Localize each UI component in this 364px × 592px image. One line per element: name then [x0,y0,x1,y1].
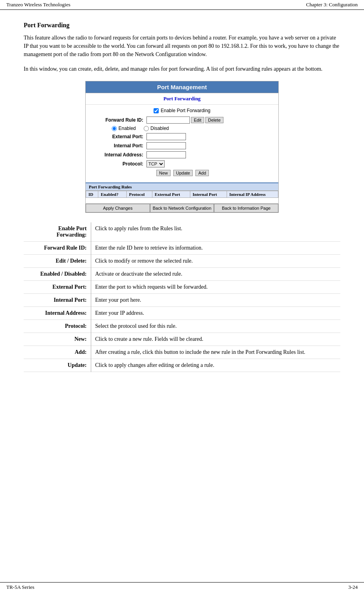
col-enabled: Enabled? [98,191,126,198]
enable-port-forwarding-label: Enable Port Forwarding [161,108,210,113]
bottom-buttons: Apply Changes Back to Network Configurat… [86,203,278,212]
main-content: Port Forwarding This feature allows the … [0,10,364,396]
port-forwarding-link[interactable]: Port Forwarding [163,96,201,101]
desc-label-10: Update: [24,359,91,372]
protocol-label: Protocol: [92,161,143,167]
desc-label-8: New: [24,333,91,346]
intro-text-2: In this window, you can create, edit, de… [24,65,340,73]
desc-value-5: Enter your port here. [91,293,340,306]
enabled-label: Enabled [118,126,136,131]
desc-row-5: Internal Port:Enter your port here. [24,293,340,306]
back-info-button[interactable]: Back to Information Page [214,204,278,212]
desc-row-7: Protocol:Select the protocol used for th… [24,319,340,333]
desc-row-0: Enable PortForwarding:Click to apply rul… [24,222,340,242]
port-management-panel: Port Management Port Forwarding Enable P… [85,81,279,213]
internal-port-label: Internal Port: [92,143,143,148]
disabled-label: Disabled [150,126,169,131]
protocol-select[interactable]: TCP UDP [146,160,165,167]
panel-title: Port Management [86,81,278,93]
col-internal-port: Internal Port [190,191,227,198]
desc-label-2: Edit / Delete: [24,254,91,267]
edit-button[interactable]: Edit [191,117,204,123]
rules-header: Port Forwarding Rules [86,183,278,191]
page-title: Port Forwarding [24,22,340,29]
external-port-label: External Port: [92,134,143,139]
desc-value-1: Enter the rule ID here to retrieve its i… [91,241,340,254]
enable-port-forwarding-checkbox[interactable] [154,108,159,113]
forward-rule-row: Forward Rule ID: Edit Delete [92,117,272,124]
rules-table: ID Enabled? Protocol External Port Inter… [86,191,278,203]
new-button[interactable]: New [156,170,171,176]
external-port-row: External Port: [92,133,272,140]
pf-subheader: Port Forwarding [86,93,278,105]
forward-rule-label: Forward Rule ID: [92,117,143,123]
col-external-port: External Port [152,191,190,198]
desc-row-10: Update:Click to apply changes after edit… [24,359,340,372]
internal-port-input[interactable] [146,142,186,149]
disabled-radio[interactable] [144,126,149,131]
rules-table-header-row: ID Enabled? Protocol External Port Inter… [86,191,278,198]
desc-value-7: Select the protocol used for this rule. [91,319,340,333]
col-protocol: Protocol [126,191,152,198]
update-button[interactable]: Update [173,170,193,176]
enabled-radio[interactable] [112,126,117,131]
desc-row-2: Edit / Delete:Click to modify or remove … [24,254,340,267]
desc-value-9: After creating a rule, click this button… [91,346,340,359]
enable-row: Enable Port Forwarding [92,108,272,113]
footer-right: 3-24 [348,584,358,590]
pf-form: Enable Port Forwarding Forward Rule ID: … [86,105,278,182]
desc-label-6: Internal Address: [24,306,91,319]
desc-label-7: Protocol: [24,319,91,333]
footer-left: TR-5A Series [6,584,34,590]
desc-label-4: External Port: [24,280,91,293]
desc-row-3: Enabled / Disabled:Activate or deactivat… [24,267,340,280]
col-id: ID [86,191,98,198]
header-left: Tranzeo Wireless Technologies [6,2,70,8]
internal-address-row: Internal Address: [92,151,272,158]
desc-row-9: Add:After creating a rule, click this bu… [24,346,340,359]
desc-row-8: New:Click to create a new rule. Fields w… [24,333,340,346]
desc-label-0: Enable PortForwarding: [24,222,91,242]
desc-value-4: Enter the port to which requests will be… [91,280,340,293]
desc-value-10: Click to apply changes after editing or … [91,359,340,372]
header-right: Chapter 3: Configuration [306,2,358,8]
internal-address-input[interactable] [146,151,186,158]
table-row [86,198,278,203]
back-network-button[interactable]: Back to Network Configuration [150,204,214,212]
internal-port-row: Internal Port: [92,142,272,149]
apply-changes-button[interactable]: Apply Changes [86,204,150,212]
enabled-disabled-row: Enabled Disabled [92,126,272,131]
desc-row-4: External Port:Enter the port to which re… [24,280,340,293]
intro-text-1: This feature allows the radio to forward… [24,34,340,58]
description-table: Enable PortForwarding:Click to apply rul… [24,222,340,372]
rules-section: Port Forwarding Rules ID Enabled? Protoc… [86,182,278,203]
desc-row-6: Internal Address:Enter your IP address. [24,306,340,319]
desc-value-8: Click to create a new rule. Fields will … [91,333,340,346]
protocol-row: Protocol: TCP UDP [92,160,272,167]
header-bar: Tranzeo Wireless Technologies Chapter 3:… [0,0,364,10]
internal-address-label: Internal Address: [92,152,143,158]
desc-label-9: Add: [24,346,91,359]
desc-label-5: Internal Port: [24,293,91,306]
forward-rule-input[interactable] [146,117,190,124]
footer-bar: TR-5A Series 3-24 [0,582,364,592]
desc-value-3: Activate or deactivate the selected rule… [91,267,340,280]
external-port-input[interactable] [146,133,186,140]
desc-label-1: Forward Rule ID: [24,241,91,254]
desc-value-2: Click to modify or remove the selected r… [91,254,340,267]
desc-value-0: Click to apply rules from the Rules list… [91,222,340,242]
desc-label-3: Enabled / Disabled: [24,267,91,280]
action-row: New Update Add [92,170,272,176]
panel-body: Port Forwarding Enable Port Forwarding F… [86,93,278,212]
enabled-radio-group: Enabled [112,126,136,131]
add-button[interactable]: Add [195,170,209,176]
disabled-radio-group: Disabled [144,126,169,131]
desc-value-6: Enter your IP address. [91,306,340,319]
col-internal-ip: Internal IP Address [227,191,278,198]
desc-row-1: Forward Rule ID:Enter the rule ID here t… [24,241,340,254]
delete-button[interactable]: Delete [205,117,223,123]
